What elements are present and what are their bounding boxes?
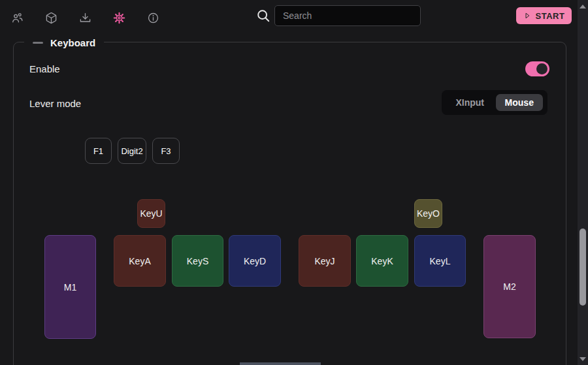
lever-mode-label: Lever mode: [29, 98, 81, 109]
key-f3[interactable]: F3: [152, 138, 180, 164]
scrollbar-thumb[interactable]: [580, 229, 586, 306]
legend-dash: [33, 42, 43, 44]
key-keyo[interactable]: KeyO: [414, 199, 442, 228]
enable-toggle[interactable]: [525, 61, 549, 76]
search-icon: [256, 8, 270, 23]
start-button[interactable]: START: [516, 7, 572, 24]
toggle-knob: [536, 63, 547, 74]
enable-label: Enable: [29, 63, 60, 74]
keyboard-section-legend: Keyboard: [24, 36, 104, 49]
vertical-scrollbar[interactable]: [578, 0, 588, 365]
function-key-row: F1 Digit2 F3: [85, 138, 180, 164]
search-input[interactable]: [274, 5, 421, 26]
download-icon: [79, 12, 91, 24]
key-keyj[interactable]: KeyJ: [299, 235, 351, 287]
play-icon: [523, 12, 531, 20]
key-keyk[interactable]: KeyK: [356, 235, 408, 287]
key-m1[interactable]: M1: [44, 235, 96, 339]
key-keya[interactable]: KeyA: [114, 235, 166, 287]
key-keys[interactable]: KeyS: [172, 235, 223, 287]
info-icon: [147, 12, 159, 24]
key-digit2[interactable]: Digit2: [118, 138, 146, 164]
info-icon[interactable]: [145, 10, 161, 25]
settings-icon[interactable]: [111, 10, 127, 25]
lever-mode-option-xinput[interactable]: XInput: [446, 94, 494, 111]
scroll-up-arrow-icon[interactable]: [580, 5, 586, 8]
key-keyd[interactable]: KeyD: [229, 235, 281, 287]
users-icon: [11, 12, 24, 24]
package-icon[interactable]: [43, 10, 59, 25]
key-m2[interactable]: M2: [483, 235, 536, 338]
users-icon[interactable]: [9, 10, 25, 25]
section-title: Keyboard: [50, 37, 95, 48]
key-f1[interactable]: F1: [85, 138, 112, 164]
lever-mode-segmented-control: XInput Mouse: [442, 90, 547, 115]
download-icon[interactable]: [77, 10, 93, 25]
key-keyu[interactable]: KeyU: [137, 199, 165, 228]
app-window: START Keyboard Enable Lever mode XInput …: [0, 0, 588, 365]
gear-icon: [113, 12, 125, 24]
lever-mode-option-mouse[interactable]: Mouse: [496, 94, 544, 111]
bottom-partial-element: [240, 362, 321, 365]
key-keyl[interactable]: KeyL: [414, 235, 466, 287]
start-button-label: START: [536, 11, 565, 21]
scroll-down-arrow-icon[interactable]: [580, 357, 586, 361]
package-icon: [45, 12, 57, 24]
keyboard-section: Keyboard Enable Lever mode XInput Mouse …: [13, 42, 566, 365]
